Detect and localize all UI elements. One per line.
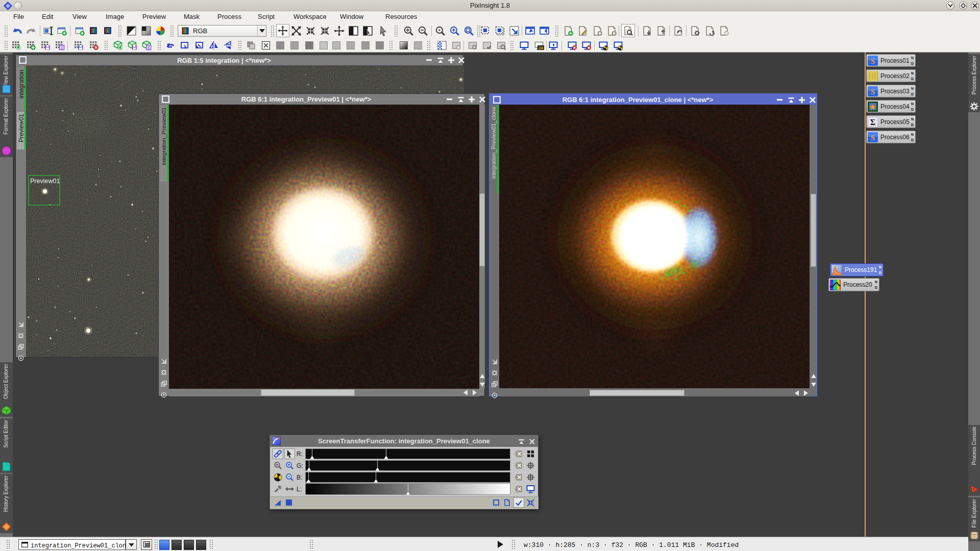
svg-text:S: S — [871, 57, 875, 65]
svg-text:Σ: Σ — [870, 118, 875, 127]
svg-text:Preview01: Preview01 — [30, 178, 60, 185]
svg-text:24: 24 — [538, 45, 544, 51]
svg-text:S: S — [871, 134, 875, 142]
svg-text:S: S — [871, 88, 875, 96]
